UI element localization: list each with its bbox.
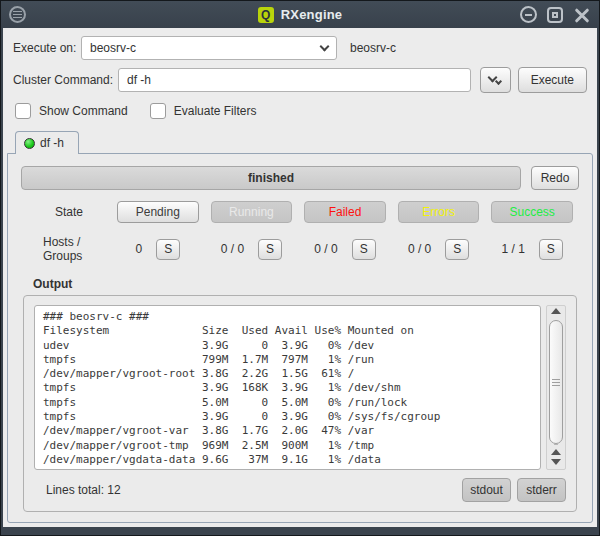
state-success-button[interactable]: Success (491, 201, 573, 223)
output-frame: ### beosrv-c ### Filesystem Size Used Av… (23, 295, 577, 512)
state-running-button[interactable]: Running (211, 201, 293, 223)
evaluate-filters-label: Evaluate Filters (174, 104, 257, 118)
scroll-down-icon[interactable] (551, 459, 561, 465)
status-led-icon (24, 138, 35, 149)
evaluate-filters-checkbox[interactable] (150, 103, 166, 119)
app-icon: Q (258, 7, 274, 23)
close-button[interactable] (573, 6, 591, 24)
window-content: Execute on: beosrv-c beosrv-c Cluster Co… (3, 28, 597, 527)
tab-bar: df -h (15, 131, 593, 153)
maximize-button[interactable] (546, 6, 564, 24)
hosts-count: 0 / 0 (314, 242, 337, 256)
progress-status: finished (248, 171, 294, 185)
app-window: Q RXengine Execute on: beosrv-c beosrv-c… (0, 0, 600, 536)
select-hosts-button[interactable]: S (258, 239, 282, 260)
select-hosts-button[interactable]: S (445, 239, 469, 260)
lines-total-label: Lines total: 12 (34, 483, 456, 497)
scroll-up-icon[interactable] (551, 449, 561, 455)
hosts-count: 0 / 0 (221, 242, 244, 256)
chevron-down-icon (495, 78, 502, 85)
hosts-cell-running: 0 / 0 S (211, 239, 293, 260)
hosts-count: 0 / 0 (408, 242, 431, 256)
tab-panel: finished Redo State Pending Running Fail… (7, 153, 593, 523)
scrollbar-groove (554, 444, 558, 445)
select-hosts-button[interactable]: S (156, 239, 180, 260)
show-command-checkbox[interactable] (15, 103, 31, 119)
cluster-command-label: Cluster Command: (13, 73, 118, 87)
minimize-button[interactable] (519, 6, 537, 24)
select-hosts-button[interactable]: S (352, 239, 376, 260)
output-title: Output (33, 277, 577, 291)
execute-on-select[interactable]: beosrv-c (81, 36, 337, 60)
output-console[interactable]: ### beosrv-c ### Filesystem Size Used Av… (34, 305, 541, 470)
output-group: Output ### beosrv-c ### Filesystem Size … (23, 275, 577, 512)
execute-on-value: beosrv-c (90, 41, 321, 55)
output-scrollbar[interactable] (546, 305, 566, 470)
state-errors-button[interactable]: Errors (398, 201, 480, 223)
redo-button[interactable]: Redo (531, 166, 579, 190)
titlebar: Q RXengine (1, 1, 599, 28)
cluster-command-input[interactable] (118, 68, 471, 92)
console-text: ### beosrv-c ### Filesystem Size Used Av… (43, 310, 532, 470)
execute-button[interactable]: Execute (518, 67, 587, 93)
chevron-down-icon (320, 42, 330, 52)
window-title: RXengine (281, 7, 343, 22)
scroll-up-icon[interactable] (551, 308, 561, 314)
tab-df-h[interactable]: df -h (15, 131, 79, 154)
state-failed-button[interactable]: Failed (304, 201, 386, 223)
show-command-label: Show Command (39, 104, 128, 118)
execute-on-label: Execute on: (13, 41, 81, 55)
hosts-count: 0 (135, 242, 142, 256)
select-hosts-button[interactable]: S (539, 239, 563, 260)
hosts-groups-label: Hosts / Groups (21, 235, 105, 263)
state-label: State (21, 205, 105, 219)
window-menu-icon[interactable] (9, 6, 26, 23)
scrollbar-thumb[interactable] (549, 320, 563, 444)
hosts-cell-pending: 0 S (117, 239, 199, 260)
command-history-button[interactable] (480, 67, 511, 93)
tab-label: df -h (40, 136, 64, 150)
hosts-cell-success: 1 / 1 S (491, 239, 573, 260)
stderr-button[interactable]: stderr (517, 478, 566, 502)
stdout-button[interactable]: stdout (462, 478, 511, 502)
selected-host-label: beosrv-c (350, 41, 396, 55)
hosts-count: 1 / 1 (502, 242, 525, 256)
progress-bar: finished (21, 166, 521, 190)
hosts-cell-failed: 0 / 0 S (304, 239, 386, 260)
state-pending-button[interactable]: Pending (117, 201, 199, 223)
hosts-cell-errors: 0 / 0 S (398, 239, 480, 260)
